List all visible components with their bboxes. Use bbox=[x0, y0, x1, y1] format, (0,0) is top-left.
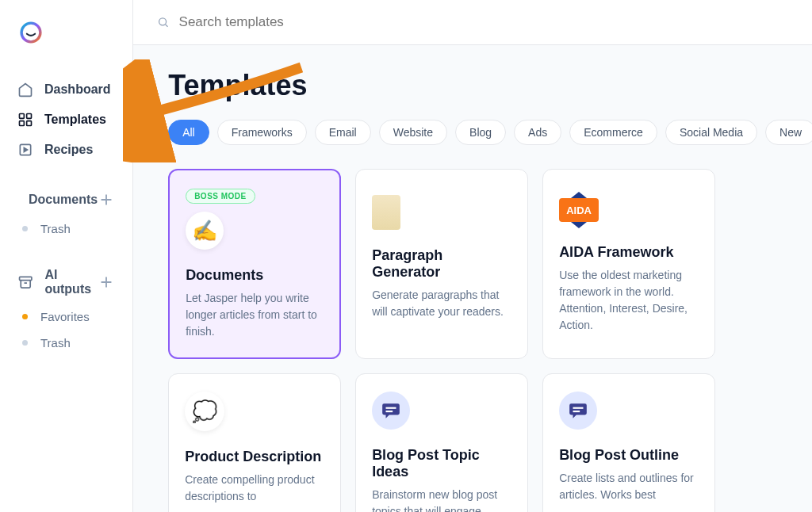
search-bar bbox=[133, 0, 812, 45]
section-label[interactable]: AI outputs bbox=[44, 268, 91, 296]
svg-rect-8 bbox=[386, 407, 396, 409]
svg-rect-1 bbox=[20, 114, 25, 119]
svg-point-7 bbox=[159, 18, 167, 25]
card-title: Product Description bbox=[185, 449, 324, 465]
thought-balloon-icon: 💭 bbox=[185, 392, 224, 431]
filter-all[interactable]: All bbox=[168, 120, 209, 145]
writing-hand-icon: ✍️ bbox=[186, 212, 224, 250]
filter-ads[interactable]: Ads bbox=[514, 120, 561, 145]
plus-icon[interactable] bbox=[98, 191, 115, 208]
grid-icon bbox=[17, 112, 33, 128]
card-product-description[interactable]: 💭 Product Description Create compelling … bbox=[168, 373, 341, 512]
filter-blog[interactable]: Blog bbox=[455, 120, 506, 145]
svg-point-0 bbox=[21, 23, 40, 42]
svg-rect-2 bbox=[27, 114, 32, 119]
dot-icon bbox=[22, 340, 28, 346]
plus-icon[interactable] bbox=[98, 273, 115, 291]
sidebar-item-trash[interactable]: Trash bbox=[14, 330, 118, 356]
filter-social-media[interactable]: Social Media bbox=[665, 120, 757, 145]
nav-label: Dashboard bbox=[44, 82, 111, 97]
scroll-icon bbox=[372, 195, 400, 230]
nav-recipes[interactable]: Recipes bbox=[14, 135, 118, 165]
sub-item-label: Trash bbox=[40, 222, 71, 235]
search-input[interactable] bbox=[179, 14, 792, 30]
svg-rect-9 bbox=[386, 411, 393, 412]
nav-label: Recipes bbox=[44, 143, 93, 157]
card-desc: Create lists and outlines for articles. … bbox=[559, 470, 699, 503]
svg-rect-6 bbox=[20, 277, 32, 280]
sub-item-label: Favorites bbox=[40, 310, 90, 323]
sidebar: Dashboard Templates Recipes Documents Tr… bbox=[0, 0, 133, 512]
card-desc: Create compelling product descriptions t… bbox=[185, 472, 324, 505]
svg-rect-3 bbox=[20, 121, 25, 126]
section-documents: Documents bbox=[14, 184, 118, 216]
aida-icon: AIDA bbox=[559, 198, 599, 222]
nav-dashboard[interactable]: Dashboard bbox=[14, 75, 118, 105]
filter-new[interactable]: New bbox=[765, 120, 812, 145]
sidebar-item-trash[interactable]: Trash bbox=[14, 216, 118, 242]
card-blog-topic-ideas[interactable]: Blog Post Topic Ideas Brainstorm new blo… bbox=[355, 373, 528, 512]
nav-label: Templates bbox=[44, 113, 106, 127]
filter-ecommerce[interactable]: Ecommerce bbox=[569, 120, 657, 145]
svg-rect-4 bbox=[27, 121, 32, 126]
nav-templates[interactable]: Templates bbox=[14, 105, 118, 135]
card-desc: Generate paragraphs that will captivate … bbox=[372, 287, 511, 320]
svg-rect-10 bbox=[573, 407, 584, 409]
sub-item-label: Trash bbox=[40, 336, 71, 350]
play-icon bbox=[17, 142, 33, 158]
home-icon bbox=[17, 82, 33, 97]
app-logo bbox=[17, 19, 44, 46]
sidebar-item-favorites[interactable]: Favorites bbox=[14, 304, 118, 330]
section-label[interactable]: Documents bbox=[29, 193, 98, 207]
dot-icon bbox=[22, 226, 28, 231]
svg-rect-11 bbox=[573, 411, 580, 412]
card-title: Documents bbox=[186, 267, 324, 284]
section-ai-outputs: AI outputs bbox=[14, 261, 118, 304]
filter-frameworks[interactable]: Frameworks bbox=[217, 120, 307, 145]
card-desc: Use the oldest marketing framework in th… bbox=[559, 267, 699, 334]
filter-pills: All Frameworks Email Website Blog Ads Ec… bbox=[168, 120, 812, 145]
card-desc: Brainstorm new blog post topics that wil… bbox=[372, 487, 511, 512]
filter-website[interactable]: Website bbox=[379, 120, 447, 145]
card-paragraph-generator[interactable]: Paragraph Generator Generate paragraphs … bbox=[355, 169, 528, 359]
card-desc: Let Jasper help you write longer article… bbox=[186, 290, 324, 340]
template-grid: BOSS MODE ✍️ Documents Let Jasper help y… bbox=[168, 169, 812, 512]
speech-bubble-icon bbox=[559, 392, 597, 430]
card-documents[interactable]: BOSS MODE ✍️ Documents Let Jasper help y… bbox=[168, 169, 341, 359]
dot-icon bbox=[22, 314, 28, 319]
card-title: Blog Post Topic Ideas bbox=[372, 447, 511, 480]
card-aida-framework[interactable]: AIDA AIDA Framework Use the oldest marke… bbox=[542, 169, 715, 359]
speech-bubble-icon bbox=[372, 392, 410, 430]
content-area: Templates All Frameworks Email Website B… bbox=[133, 45, 812, 512]
page-title: Templates bbox=[168, 69, 812, 102]
archive-icon bbox=[17, 274, 33, 290]
main-content: Templates All Frameworks Email Website B… bbox=[133, 0, 812, 512]
search-icon bbox=[157, 16, 169, 29]
card-title: AIDA Framework bbox=[559, 244, 699, 261]
card-blog-post-outline[interactable]: Blog Post Outline Create lists and outli… bbox=[542, 373, 715, 512]
card-title: Paragraph Generator bbox=[372, 247, 511, 281]
boss-mode-badge: BOSS MODE bbox=[186, 189, 255, 204]
filter-email[interactable]: Email bbox=[315, 120, 371, 145]
card-title: Blog Post Outline bbox=[559, 447, 699, 464]
